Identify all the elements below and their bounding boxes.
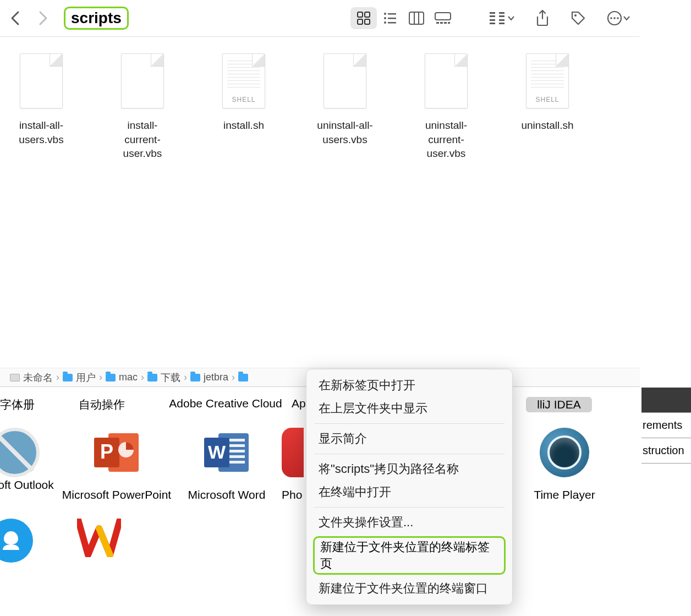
app-item[interactable]: W Microsoft Word	[172, 428, 282, 502]
menu-folder-actions[interactable]: 文件夹操作设置...	[306, 511, 512, 534]
svg-rect-25	[499, 23, 504, 24]
path-label: 下载	[161, 371, 180, 384]
finder-window: scripts	[0, 0, 640, 387]
app-icon-partial	[0, 519, 33, 563]
path-segment[interactable]	[238, 374, 248, 381]
path-segment[interactable]: 下载	[147, 371, 180, 384]
menu-separator	[314, 454, 504, 454]
svg-rect-7	[388, 18, 396, 19]
app-item[interactable]: P Microsoft PowerPoint	[62, 428, 172, 502]
svg-rect-20	[490, 19, 495, 21]
file-item[interactable]: SHELL uninstall.sh	[517, 53, 578, 161]
svg-rect-21	[490, 23, 495, 24]
chevron-down-icon	[508, 15, 514, 21]
file-icon: SHELL	[222, 53, 265, 108]
chevron-right-icon: ›	[184, 372, 187, 383]
svg-rect-3	[365, 19, 370, 24]
view-switcher	[350, 7, 456, 29]
powerpoint-icon: P	[92, 428, 141, 477]
file-icon	[121, 53, 164, 108]
forward-button[interactable]	[36, 10, 48, 26]
svg-rect-18	[490, 12, 495, 14]
svg-rect-15	[440, 22, 443, 24]
outlook-icon	[0, 428, 40, 477]
app-icon-partial	[282, 428, 304, 477]
menu-get-info[interactable]: 显示简介	[306, 427, 512, 450]
file-label: install.sh	[223, 118, 264, 133]
file-item[interactable]: uninstall-current-user.vbs	[416, 53, 476, 161]
folder-icon	[190, 374, 200, 381]
path-segment[interactable]: jetbra	[190, 372, 228, 383]
more-actions-button[interactable]	[607, 10, 630, 26]
folder-icon	[106, 374, 116, 381]
app-label: 字体册	[0, 397, 44, 412]
app-item[interactable]: oft Outlook	[0, 428, 62, 492]
column-view-button[interactable]	[403, 7, 430, 29]
file-item[interactable]: SHELL install.sh	[213, 53, 274, 161]
svg-rect-9	[388, 22, 396, 24]
file-icon	[323, 53, 366, 108]
back-button[interactable]	[10, 10, 22, 26]
svg-rect-16	[444, 22, 447, 24]
path-segment[interactable]: mac	[106, 372, 138, 383]
file-item[interactable]: uninstall-all-users.vbs	[315, 53, 375, 161]
svg-rect-24	[499, 19, 504, 21]
menu-open-new-tab[interactable]: 在新标签页中打开	[306, 374, 512, 397]
svg-rect-2	[358, 19, 363, 24]
group-button[interactable]	[489, 11, 514, 25]
menu-show-parent[interactable]: 在上层文件夹中显示	[306, 397, 512, 420]
svg-point-26	[574, 14, 577, 17]
folder-icon	[63, 374, 73, 381]
icon-view-button[interactable]	[350, 7, 377, 29]
app-item[interactable]	[0, 519, 44, 563]
menu-new-terminal-tab[interactable]: 新建位于文件夹位置的终端标签页	[313, 536, 506, 575]
svg-rect-0	[358, 12, 363, 17]
app-item[interactable]: Time Player	[520, 428, 608, 502]
disk-icon	[10, 374, 20, 381]
panel-row[interactable]: rements	[641, 413, 691, 438]
app-label: lliJ IDEA	[526, 397, 592, 412]
svg-rect-1	[365, 12, 370, 17]
path-segment[interactable]: 用户	[63, 371, 96, 384]
panel-header	[641, 388, 691, 413]
list-view-button[interactable]	[377, 7, 403, 29]
svg-point-8	[384, 21, 386, 24]
app-label: Microsoft PowerPoint	[62, 487, 171, 502]
folder-icon	[147, 374, 157, 381]
svg-rect-10	[409, 12, 424, 24]
path-segment[interactable]: 未命名	[10, 371, 53, 384]
svg-point-29	[613, 17, 616, 19]
svg-point-6	[384, 17, 386, 19]
app-label: Microsoft Word	[188, 487, 266, 502]
folder-icon	[238, 374, 248, 381]
file-item[interactable]: install-current-user.vbs	[112, 53, 173, 161]
quicktime-icon	[540, 428, 589, 477]
menu-new-terminal-window[interactable]: 新建位于文件夹位置的终端窗口	[306, 577, 512, 600]
svg-rect-19	[490, 15, 495, 17]
menu-copy-path[interactable]: 将"scripts"拷贝为路径名称	[306, 457, 512, 481]
svg-point-28	[610, 17, 612, 19]
menu-open-terminal[interactable]: 在终端中打开	[306, 481, 512, 504]
file-item[interactable]: install-all-users.vbs	[11, 53, 72, 161]
app-label: Pho	[282, 487, 302, 502]
file-icon: SHELL	[526, 53, 569, 108]
share-button[interactable]	[535, 10, 550, 26]
file-label: install-current-user.vbs	[112, 118, 173, 161]
svg-rect-17	[448, 22, 450, 24]
svg-rect-22	[499, 12, 504, 14]
tag-button[interactable]	[571, 10, 586, 26]
app-label: oft Outlook	[0, 477, 54, 492]
menu-separator	[314, 507, 504, 508]
chevron-right-icon: ›	[232, 372, 235, 383]
file-icon	[425, 53, 468, 108]
svg-rect-14	[436, 22, 439, 24]
path-label: jetbra	[204, 372, 228, 383]
gallery-view-button[interactable]	[430, 7, 456, 29]
panel-row[interactable]: struction	[641, 438, 691, 464]
svg-text:W: W	[208, 441, 226, 462]
wps-icon	[77, 519, 121, 557]
app-item[interactable]	[44, 519, 154, 563]
svg-point-30	[617, 17, 619, 19]
file-label: uninstall-all-users.vbs	[315, 118, 375, 146]
path-label: 用户	[76, 371, 96, 384]
